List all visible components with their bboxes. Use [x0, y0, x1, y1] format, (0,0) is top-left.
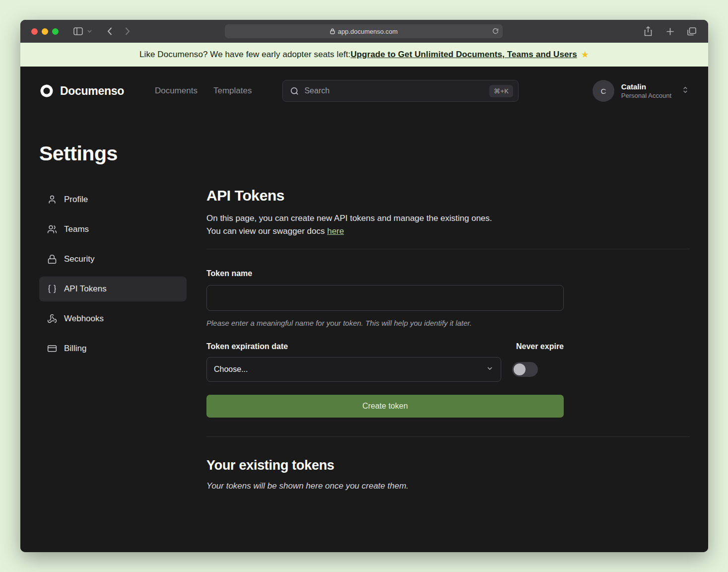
- search-icon: [290, 86, 299, 96]
- top-nav: Documents Templates: [155, 86, 252, 96]
- divider: [206, 249, 689, 249]
- user-icon: [47, 195, 57, 205]
- token-name-input[interactable]: [206, 285, 564, 311]
- create-token-button[interactable]: Create token: [206, 395, 564, 418]
- sidebar-item-label: Teams: [64, 224, 89, 234]
- sidebar-item-billing[interactable]: Billing: [39, 336, 187, 361]
- search-shortcut-badge: ⌘+K: [489, 85, 514, 97]
- share-icon[interactable]: [641, 24, 656, 39]
- traffic-lights: [31, 28, 59, 35]
- tab-overview-icon[interactable]: [684, 24, 699, 39]
- chevron-down-icon: [486, 364, 494, 374]
- sidebar-item-teams[interactable]: Teams: [39, 217, 187, 242]
- expiration-select-value: Choose...: [214, 365, 248, 374]
- upgrade-link[interactable]: Upgrade to Get Unlimited Documents, Team…: [350, 50, 577, 60]
- nav-templates[interactable]: Templates: [213, 86, 252, 96]
- settings-sidebar: Profile Teams Security: [39, 187, 187, 491]
- token-name-label: Token name: [206, 269, 564, 278]
- account-type: Personal Account: [621, 92, 671, 99]
- lock-icon: [330, 28, 335, 34]
- sidebar-toggle-icon[interactable]: [70, 24, 85, 39]
- never-expire-toggle[interactable]: [512, 362, 538, 377]
- token-name-hint: Please enter a meaningful name for your …: [206, 319, 564, 327]
- user-name: Catalin: [621, 82, 671, 91]
- token-expiration-label: Token expiration date: [206, 342, 288, 351]
- page-title: Settings: [39, 142, 689, 165]
- sidebar-item-label: Webhooks: [64, 314, 104, 324]
- new-tab-icon[interactable]: [662, 24, 677, 39]
- address-bar[interactable]: app.documenso.com: [225, 24, 503, 38]
- swagger-docs-link[interactable]: here: [327, 226, 344, 236]
- sidebar-item-label: Billing: [64, 344, 86, 354]
- nav-documents[interactable]: Documents: [155, 86, 198, 96]
- credit-card-icon: [47, 344, 57, 354]
- sidebar-item-api-tokens[interactable]: API Tokens: [39, 277, 187, 301]
- back-button[interactable]: [102, 24, 117, 39]
- app-header: Documenso Documents Templates ⌘+K C Cata…: [39, 67, 689, 115]
- never-expire-label: Never expire: [516, 342, 564, 351]
- browser-toolbar: app.documenso.com: [20, 20, 708, 43]
- divider: [206, 436, 689, 437]
- users-icon: [47, 224, 57, 234]
- lock-icon: [47, 254, 57, 264]
- sidebar-item-label: Security: [64, 254, 94, 264]
- zoom-window-button[interactable]: [52, 28, 59, 35]
- chevrons-up-down-icon: [681, 85, 689, 96]
- search-input[interactable]: [304, 86, 484, 95]
- address-bar-url: app.documenso.com: [338, 28, 398, 35]
- sidebar-item-label: Profile: [64, 195, 88, 205]
- forward-button[interactable]: [120, 24, 135, 39]
- section-title: API Tokens: [206, 187, 689, 204]
- promo-banner: Like Documenso? We have few early adopte…: [20, 43, 708, 67]
- avatar: C: [593, 80, 614, 102]
- sidebar-item-label: API Tokens: [64, 284, 107, 294]
- close-window-button[interactable]: [31, 28, 38, 35]
- browser-window: app.documenso.com Like Documenso? We hav…: [20, 20, 708, 552]
- sidebar-item-webhooks[interactable]: Webhooks: [39, 306, 187, 331]
- reload-icon[interactable]: [492, 27, 499, 36]
- promo-banner-text: Like Documenso? We have few early adopte…: [139, 50, 351, 60]
- existing-tokens-title: Your existing tokens: [206, 458, 689, 473]
- documenso-logo-icon: [39, 83, 54, 98]
- star-icon: ★: [581, 49, 589, 60]
- documenso-app: Documenso Documents Templates ⌘+K C Cata…: [20, 67, 708, 552]
- api-tokens-panel: API Tokens On this page, you can create …: [206, 187, 689, 491]
- global-search[interactable]: ⌘+K: [282, 80, 519, 102]
- sidebar-item-profile[interactable]: Profile: [39, 187, 187, 212]
- account-menu[interactable]: C Catalin Personal Account: [593, 80, 689, 102]
- webhook-icon: [47, 314, 57, 324]
- brand[interactable]: Documenso: [39, 83, 124, 98]
- expiration-select[interactable]: Choose...: [206, 357, 501, 382]
- braces-icon: [47, 284, 57, 294]
- existing-tokens-empty-text: Your tokens will be shown here once you …: [206, 481, 689, 491]
- sidebar-item-security[interactable]: Security: [39, 247, 187, 272]
- minimize-window-button[interactable]: [42, 28, 48, 35]
- toggle-knob: [514, 363, 526, 375]
- sidebar-menu-chevron-icon[interactable]: [85, 24, 93, 39]
- brand-name: Documenso: [60, 84, 124, 98]
- section-description: On this page, you can create new API tok…: [206, 212, 689, 238]
